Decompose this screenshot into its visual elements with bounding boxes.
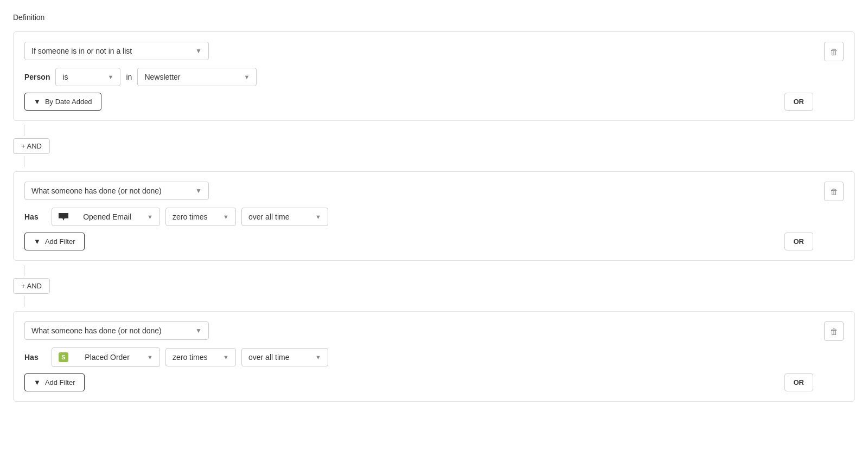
- block1-bottom-row: ▼ By Date Added OR: [24, 93, 813, 111]
- has-label-3: Has: [24, 353, 46, 362]
- action-value-2: Opened Email: [83, 212, 131, 221]
- page-title: Definition: [13, 13, 855, 22]
- trash-icon-3: 🗑: [830, 327, 838, 336]
- timeframe-chevron-3: ▼: [315, 354, 321, 360]
- trash-icon-1: 🗑: [830, 47, 838, 56]
- action-value-3: Placed Order: [85, 353, 129, 362]
- condition-block-3: What someone has done (or not done) ▼ Ha…: [13, 311, 855, 402]
- times-select-2[interactable]: zero times ▼: [165, 208, 236, 226]
- action-select-2[interactable]: Opened Email ▼: [52, 208, 160, 226]
- or-button-2[interactable]: OR: [784, 233, 814, 250]
- delete-wrapper-3: 🗑: [824, 321, 844, 341]
- type-select-2-chevron: ▼: [195, 187, 202, 195]
- list-chevron: ▼: [244, 74, 250, 80]
- condition-block-2: What someone has done (or not done) ▼ Ha…: [13, 171, 855, 261]
- delete-wrapper-1: 🗑: [824, 42, 844, 61]
- block3-bottom-row: ▼ Add Filter OR: [24, 373, 813, 391]
- person-label: Person: [24, 73, 50, 81]
- has-label-2: Has: [24, 212, 46, 221]
- timeframe-value-3: over all time: [248, 353, 289, 362]
- action-chevron-2: ▼: [147, 214, 153, 220]
- vertical-line-1b: [24, 156, 24, 167]
- and-connector-1: + AND: [13, 123, 855, 169]
- times-select-3[interactable]: zero times ▼: [165, 348, 236, 366]
- delete-wrapper-2: 🗑: [824, 182, 844, 201]
- has-row-3: Has Placed Order ▼ zero times ▼ over all…: [24, 347, 813, 367]
- type-select-3-chevron: ▼: [195, 327, 202, 334]
- has-row-2: Has Opened Email ▼ zero times ▼ over all…: [24, 208, 813, 226]
- or-label-3: OR: [794, 378, 805, 386]
- add-filter-label-3: Add Filter: [45, 378, 75, 386]
- or-label-2: OR: [794, 237, 805, 246]
- delete-button-2[interactable]: 🗑: [824, 182, 844, 201]
- action-select-3[interactable]: Placed Order ▼: [52, 347, 160, 367]
- type-select-1[interactable]: If someone is in or not in a list ▼: [24, 42, 209, 60]
- delete-button-1[interactable]: 🗑: [824, 42, 844, 61]
- and-label-1: + AND: [21, 142, 42, 150]
- by-date-added-label: By Date Added: [45, 98, 92, 106]
- person-condition-select[interactable]: is ▼: [55, 68, 120, 86]
- timeframe-select-3[interactable]: over all time ▼: [241, 348, 328, 366]
- shopify-icon: [59, 352, 68, 362]
- vertical-line-1: [24, 125, 24, 136]
- email-icon: [59, 213, 68, 221]
- action-chevron-3: ▼: [147, 354, 153, 360]
- add-filter-label-2: Add Filter: [45, 237, 75, 246]
- list-select[interactable]: Newsletter ▼: [137, 68, 257, 86]
- by-date-added-button[interactable]: ▼ By Date Added: [24, 93, 101, 111]
- add-filter-button-3[interactable]: ▼ Add Filter: [24, 373, 85, 391]
- funnel-icon-1: ▼: [34, 98, 41, 106]
- condition-content-1: If someone is in or not in a list ▼ Pers…: [24, 42, 813, 111]
- and-label-2: + AND: [21, 282, 42, 290]
- and-button-2[interactable]: + AND: [13, 278, 50, 294]
- type-select-2[interactable]: What someone has done (or not done) ▼: [24, 182, 209, 200]
- times-value-3: zero times: [173, 353, 208, 362]
- condition-header-3: What someone has done (or not done) ▼: [24, 321, 813, 340]
- type-select-2-label: What someone has done (or not done): [31, 186, 162, 195]
- funnel-icon-2: ▼: [34, 237, 41, 246]
- delete-button-3[interactable]: 🗑: [824, 321, 844, 341]
- person-condition-chevron: ▼: [108, 74, 114, 80]
- type-select-1-label: If someone is in or not in a list: [31, 47, 132, 55]
- list-value: Newsletter: [144, 73, 180, 81]
- timeframe-value-2: over all time: [248, 212, 289, 221]
- add-filter-button-2[interactable]: ▼ Add Filter: [24, 233, 85, 250]
- trash-icon-2: 🗑: [830, 187, 838, 196]
- vertical-line-2b: [24, 296, 24, 307]
- times-value-2: zero times: [173, 212, 208, 221]
- or-button-1[interactable]: OR: [784, 93, 814, 111]
- condition-content-2: What someone has done (or not done) ▼ Ha…: [24, 182, 813, 250]
- funnel-icon-3: ▼: [34, 378, 41, 386]
- in-label: in: [126, 73, 132, 81]
- timeframe-select-2[interactable]: over all time ▼: [241, 208, 328, 226]
- condition-block-1: If someone is in or not in a list ▼ Pers…: [13, 31, 855, 121]
- condition-content-3: What someone has done (or not done) ▼ Ha…: [24, 321, 813, 391]
- type-select-3[interactable]: What someone has done (or not done) ▼: [24, 321, 209, 340]
- person-row: Person is ▼ in Newsletter ▼: [24, 68, 813, 86]
- or-label-1: OR: [794, 98, 805, 106]
- and-connector-2: + AND: [13, 263, 855, 309]
- and-button-1[interactable]: + AND: [13, 138, 50, 154]
- timeframe-chevron-2: ▼: [315, 214, 321, 220]
- condition-header-1: If someone is in or not in a list ▼: [24, 42, 813, 60]
- type-select-1-chevron: ▼: [195, 47, 202, 55]
- person-condition-value: is: [62, 73, 68, 81]
- block2-bottom-row: ▼ Add Filter OR: [24, 233, 813, 250]
- condition-header-2: What someone has done (or not done) ▼: [24, 182, 813, 200]
- type-select-3-label: What someone has done (or not done): [31, 326, 162, 335]
- vertical-line-2: [24, 265, 24, 276]
- times-chevron-2: ▼: [223, 214, 229, 220]
- times-chevron-3: ▼: [223, 354, 229, 360]
- or-button-3[interactable]: OR: [784, 373, 814, 391]
